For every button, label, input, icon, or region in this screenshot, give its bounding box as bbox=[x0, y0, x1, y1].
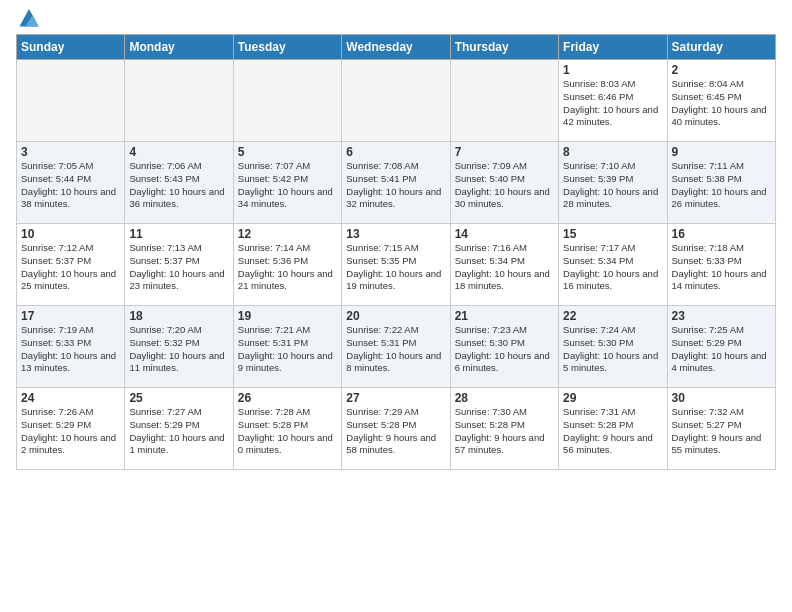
day-info: Sunrise: 7:09 AM Sunset: 5:40 PM Dayligh… bbox=[455, 160, 554, 211]
day-info: Sunrise: 7:32 AM Sunset: 5:27 PM Dayligh… bbox=[672, 406, 771, 457]
calendar-cell bbox=[125, 60, 233, 142]
calendar-cell: 16Sunrise: 7:18 AM Sunset: 5:33 PM Dayli… bbox=[667, 224, 775, 306]
calendar-week-row: 3Sunrise: 7:05 AM Sunset: 5:44 PM Daylig… bbox=[17, 142, 776, 224]
day-info: Sunrise: 7:10 AM Sunset: 5:39 PM Dayligh… bbox=[563, 160, 662, 211]
calendar-cell bbox=[450, 60, 558, 142]
day-number: 5 bbox=[238, 145, 337, 159]
calendar-cell: 9Sunrise: 7:11 AM Sunset: 5:38 PM Daylig… bbox=[667, 142, 775, 224]
calendar-cell: 4Sunrise: 7:06 AM Sunset: 5:43 PM Daylig… bbox=[125, 142, 233, 224]
day-info: Sunrise: 7:11 AM Sunset: 5:38 PM Dayligh… bbox=[672, 160, 771, 211]
day-number: 4 bbox=[129, 145, 228, 159]
calendar-cell: 17Sunrise: 7:19 AM Sunset: 5:33 PM Dayli… bbox=[17, 306, 125, 388]
calendar-cell: 1Sunrise: 8:03 AM Sunset: 6:46 PM Daylig… bbox=[559, 60, 667, 142]
day-info: Sunrise: 7:17 AM Sunset: 5:34 PM Dayligh… bbox=[563, 242, 662, 293]
logo-icon bbox=[18, 6, 40, 28]
logo bbox=[16, 14, 40, 28]
day-number: 23 bbox=[672, 309, 771, 323]
day-number: 15 bbox=[563, 227, 662, 241]
day-info: Sunrise: 7:16 AM Sunset: 5:34 PM Dayligh… bbox=[455, 242, 554, 293]
calendar-cell: 30Sunrise: 7:32 AM Sunset: 5:27 PM Dayli… bbox=[667, 388, 775, 470]
day-number: 19 bbox=[238, 309, 337, 323]
day-info: Sunrise: 7:07 AM Sunset: 5:42 PM Dayligh… bbox=[238, 160, 337, 211]
day-info: Sunrise: 7:23 AM Sunset: 5:30 PM Dayligh… bbox=[455, 324, 554, 375]
calendar-cell: 15Sunrise: 7:17 AM Sunset: 5:34 PM Dayli… bbox=[559, 224, 667, 306]
calendar-cell: 3Sunrise: 7:05 AM Sunset: 5:44 PM Daylig… bbox=[17, 142, 125, 224]
day-number: 24 bbox=[21, 391, 120, 405]
calendar-cell: 11Sunrise: 7:13 AM Sunset: 5:37 PM Dayli… bbox=[125, 224, 233, 306]
day-info: Sunrise: 8:03 AM Sunset: 6:46 PM Dayligh… bbox=[563, 78, 662, 129]
day-info: Sunrise: 7:13 AM Sunset: 5:37 PM Dayligh… bbox=[129, 242, 228, 293]
calendar-cell: 28Sunrise: 7:30 AM Sunset: 5:28 PM Dayli… bbox=[450, 388, 558, 470]
day-info: Sunrise: 7:12 AM Sunset: 5:37 PM Dayligh… bbox=[21, 242, 120, 293]
calendar-cell bbox=[342, 60, 450, 142]
weekday-header: Wednesday bbox=[342, 35, 450, 60]
day-number: 17 bbox=[21, 309, 120, 323]
day-number: 12 bbox=[238, 227, 337, 241]
day-info: Sunrise: 7:15 AM Sunset: 5:35 PM Dayligh… bbox=[346, 242, 445, 293]
calendar-cell: 24Sunrise: 7:26 AM Sunset: 5:29 PM Dayli… bbox=[17, 388, 125, 470]
calendar-cell: 18Sunrise: 7:20 AM Sunset: 5:32 PM Dayli… bbox=[125, 306, 233, 388]
weekday-header: Saturday bbox=[667, 35, 775, 60]
calendar-header-row: SundayMondayTuesdayWednesdayThursdayFrid… bbox=[17, 35, 776, 60]
day-info: Sunrise: 7:22 AM Sunset: 5:31 PM Dayligh… bbox=[346, 324, 445, 375]
day-number: 29 bbox=[563, 391, 662, 405]
calendar-cell: 21Sunrise: 7:23 AM Sunset: 5:30 PM Dayli… bbox=[450, 306, 558, 388]
page: SundayMondayTuesdayWednesdayThursdayFrid… bbox=[0, 0, 792, 480]
day-info: Sunrise: 7:24 AM Sunset: 5:30 PM Dayligh… bbox=[563, 324, 662, 375]
day-number: 20 bbox=[346, 309, 445, 323]
day-info: Sunrise: 7:05 AM Sunset: 5:44 PM Dayligh… bbox=[21, 160, 120, 211]
day-number: 9 bbox=[672, 145, 771, 159]
day-number: 6 bbox=[346, 145, 445, 159]
day-number: 10 bbox=[21, 227, 120, 241]
day-info: Sunrise: 7:06 AM Sunset: 5:43 PM Dayligh… bbox=[129, 160, 228, 211]
calendar-cell bbox=[233, 60, 341, 142]
day-number: 3 bbox=[21, 145, 120, 159]
calendar-cell: 29Sunrise: 7:31 AM Sunset: 5:28 PM Dayli… bbox=[559, 388, 667, 470]
weekday-header: Tuesday bbox=[233, 35, 341, 60]
day-number: 28 bbox=[455, 391, 554, 405]
calendar-cell: 19Sunrise: 7:21 AM Sunset: 5:31 PM Dayli… bbox=[233, 306, 341, 388]
calendar-cell: 8Sunrise: 7:10 AM Sunset: 5:39 PM Daylig… bbox=[559, 142, 667, 224]
day-info: Sunrise: 7:29 AM Sunset: 5:28 PM Dayligh… bbox=[346, 406, 445, 457]
calendar-cell bbox=[17, 60, 125, 142]
calendar-cell: 6Sunrise: 7:08 AM Sunset: 5:41 PM Daylig… bbox=[342, 142, 450, 224]
calendar-cell: 25Sunrise: 7:27 AM Sunset: 5:29 PM Dayli… bbox=[125, 388, 233, 470]
day-number: 13 bbox=[346, 227, 445, 241]
calendar-cell: 12Sunrise: 7:14 AM Sunset: 5:36 PM Dayli… bbox=[233, 224, 341, 306]
day-number: 16 bbox=[672, 227, 771, 241]
day-number: 25 bbox=[129, 391, 228, 405]
day-info: Sunrise: 7:14 AM Sunset: 5:36 PM Dayligh… bbox=[238, 242, 337, 293]
calendar-week-row: 24Sunrise: 7:26 AM Sunset: 5:29 PM Dayli… bbox=[17, 388, 776, 470]
calendar-cell: 2Sunrise: 8:04 AM Sunset: 6:45 PM Daylig… bbox=[667, 60, 775, 142]
calendar-cell: 27Sunrise: 7:29 AM Sunset: 5:28 PM Dayli… bbox=[342, 388, 450, 470]
day-info: Sunrise: 7:20 AM Sunset: 5:32 PM Dayligh… bbox=[129, 324, 228, 375]
day-number: 22 bbox=[563, 309, 662, 323]
weekday-header: Friday bbox=[559, 35, 667, 60]
calendar: SundayMondayTuesdayWednesdayThursdayFrid… bbox=[16, 34, 776, 470]
day-info: Sunrise: 7:31 AM Sunset: 5:28 PM Dayligh… bbox=[563, 406, 662, 457]
calendar-cell: 5Sunrise: 7:07 AM Sunset: 5:42 PM Daylig… bbox=[233, 142, 341, 224]
day-number: 21 bbox=[455, 309, 554, 323]
calendar-cell: 7Sunrise: 7:09 AM Sunset: 5:40 PM Daylig… bbox=[450, 142, 558, 224]
day-info: Sunrise: 8:04 AM Sunset: 6:45 PM Dayligh… bbox=[672, 78, 771, 129]
day-number: 14 bbox=[455, 227, 554, 241]
day-info: Sunrise: 7:08 AM Sunset: 5:41 PM Dayligh… bbox=[346, 160, 445, 211]
calendar-cell: 20Sunrise: 7:22 AM Sunset: 5:31 PM Dayli… bbox=[342, 306, 450, 388]
calendar-week-row: 1Sunrise: 8:03 AM Sunset: 6:46 PM Daylig… bbox=[17, 60, 776, 142]
calendar-cell: 10Sunrise: 7:12 AM Sunset: 5:37 PM Dayli… bbox=[17, 224, 125, 306]
day-number: 2 bbox=[672, 63, 771, 77]
calendar-week-row: 10Sunrise: 7:12 AM Sunset: 5:37 PM Dayli… bbox=[17, 224, 776, 306]
weekday-header: Sunday bbox=[17, 35, 125, 60]
day-info: Sunrise: 7:30 AM Sunset: 5:28 PM Dayligh… bbox=[455, 406, 554, 457]
day-info: Sunrise: 7:26 AM Sunset: 5:29 PM Dayligh… bbox=[21, 406, 120, 457]
calendar-cell: 13Sunrise: 7:15 AM Sunset: 5:35 PM Dayli… bbox=[342, 224, 450, 306]
weekday-header: Monday bbox=[125, 35, 233, 60]
day-number: 8 bbox=[563, 145, 662, 159]
header bbox=[16, 10, 776, 28]
day-number: 11 bbox=[129, 227, 228, 241]
day-number: 7 bbox=[455, 145, 554, 159]
weekday-header: Thursday bbox=[450, 35, 558, 60]
calendar-cell: 22Sunrise: 7:24 AM Sunset: 5:30 PM Dayli… bbox=[559, 306, 667, 388]
day-info: Sunrise: 7:19 AM Sunset: 5:33 PM Dayligh… bbox=[21, 324, 120, 375]
calendar-cell: 26Sunrise: 7:28 AM Sunset: 5:28 PM Dayli… bbox=[233, 388, 341, 470]
